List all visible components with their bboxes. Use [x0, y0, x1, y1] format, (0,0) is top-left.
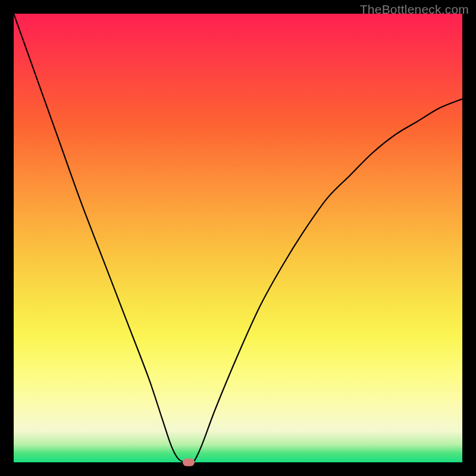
- bottleneck-curve: [14, 14, 462, 462]
- minimum-marker: [183, 459, 195, 466]
- watermark-label: TheBottleneck.com: [360, 2, 469, 17]
- chart-frame: TheBottleneck.com: [0, 0, 476, 476]
- plot-area: [14, 14, 462, 462]
